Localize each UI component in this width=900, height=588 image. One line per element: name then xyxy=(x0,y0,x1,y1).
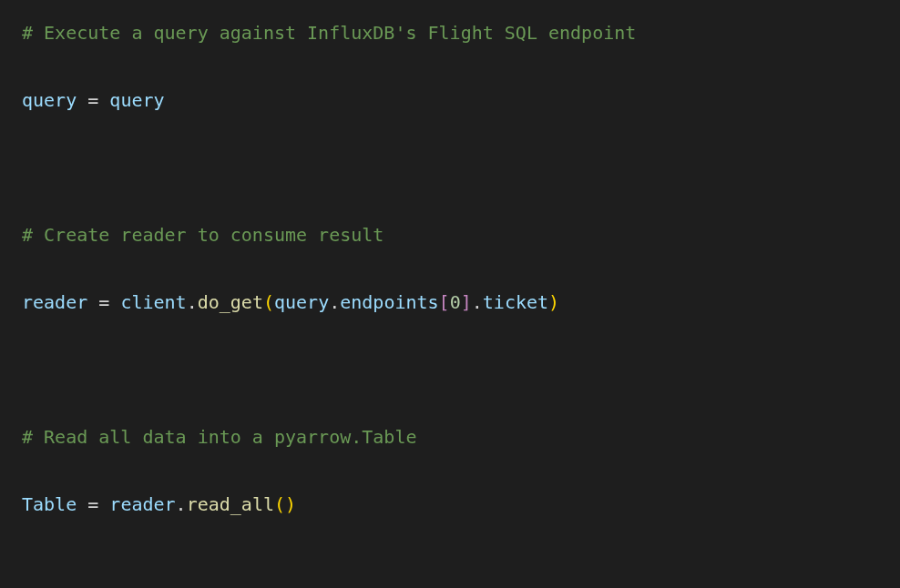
code-token: do_get xyxy=(198,291,263,313)
code-token: = xyxy=(77,493,109,515)
code-line: ​ xyxy=(22,151,878,184)
code-line: ​ xyxy=(22,353,878,386)
code-token: read_all xyxy=(187,493,274,515)
code-token: reader xyxy=(22,291,87,313)
code-token: Table xyxy=(22,493,77,515)
code-line: query = query xyxy=(22,84,878,117)
code-token: reader xyxy=(109,493,175,515)
code-token: . xyxy=(472,291,483,313)
code-token: [ xyxy=(439,291,450,313)
code-block: # Execute a query against InfluxDB's Fli… xyxy=(22,16,878,588)
code-token: endpoints xyxy=(340,291,438,313)
code-line: # Execute a query against InfluxDB's Fli… xyxy=(22,16,878,49)
code-token: query xyxy=(109,89,164,111)
code-token: # Execute a query against InfluxDB's Fli… xyxy=(22,22,636,44)
code-token: client xyxy=(120,291,186,313)
code-token: query xyxy=(274,291,329,313)
code-token: query xyxy=(22,89,77,111)
code-token: ] xyxy=(461,291,472,313)
code-token: . xyxy=(329,291,340,313)
code-token: = xyxy=(87,291,120,313)
code-line: # Create reader to consume result xyxy=(22,218,878,251)
code-line: ​ xyxy=(22,555,878,588)
code-token: 0 xyxy=(450,291,461,313)
code-line: reader = client.do_get(query.endpoints[0… xyxy=(22,286,878,319)
code-token: ) xyxy=(548,291,559,313)
code-editor[interactable]: # Execute a query against InfluxDB's Fli… xyxy=(0,0,900,588)
code-line: # Read all data into a pyarrow.Table xyxy=(22,421,878,453)
code-token: () xyxy=(274,493,296,515)
code-token: # Read all data into a pyarrow.Table xyxy=(22,426,416,448)
code-token: ( xyxy=(263,291,274,313)
code-line: Table = reader.read_all() xyxy=(22,488,878,521)
code-token: . xyxy=(187,291,198,313)
code-token: = xyxy=(77,89,109,111)
code-token: ticket xyxy=(483,291,548,313)
code-token: # Create reader to consume result xyxy=(22,224,384,246)
code-token: . xyxy=(176,493,187,515)
